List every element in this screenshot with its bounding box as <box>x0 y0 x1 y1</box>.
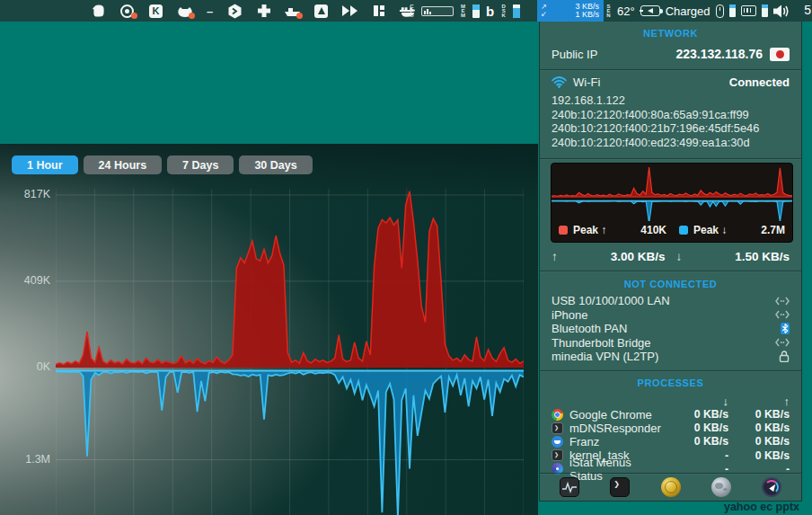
divider <box>540 370 801 371</box>
download-speed-value: 1.50 KB/s <box>682 250 790 263</box>
process-up-value: 0 KB/s <box>728 422 790 434</box>
disk-gauge[interactable] <box>513 4 520 18</box>
upload-legend-swatch <box>559 226 568 235</box>
cpu-label: CPU <box>409 4 415 18</box>
process-row[interactable]: Franz 0 KB/s 0 KB/s <box>540 435 801 448</box>
tab-30-days[interactable]: 30 Days <box>239 155 312 174</box>
keyboard-icon[interactable] <box>741 5 756 16</box>
tab-24-hours[interactable]: 24 Hours <box>84 155 163 174</box>
ip-address: 240b:10:2120:f400:80a:65a9:91ca:ff99 <box>552 108 790 122</box>
blocks-icon[interactable] <box>370 3 387 20</box>
notification-badge <box>131 13 137 19</box>
terminal-icon <box>552 449 563 461</box>
gold-globe-icon[interactable] <box>661 477 681 497</box>
evernote-icon[interactable] <box>90 3 107 20</box>
y-axis-tick: 409K <box>7 274 50 287</box>
franz-icon <box>552 436 563 448</box>
divider <box>540 69 801 70</box>
ethernet-icon <box>775 310 790 319</box>
peak-up-value: 410K <box>640 224 666 236</box>
chrome-icon <box>552 409 563 421</box>
interface-name: Bluetooth PAN <box>552 322 627 335</box>
interface-row[interactable]: Thunderbolt Bridge <box>540 336 801 351</box>
ip-address: 240b:10:2120:f400:ed23:499:ea1a:30d <box>552 136 790 150</box>
y-axis-tick: 1.3M <box>7 453 50 466</box>
keka-icon[interactable]: K <box>147 3 164 20</box>
process-down-value: 0 KB/s <box>667 435 728 448</box>
divider <box>540 158 801 159</box>
time-range-tabs: 1 Hour 24 Hours 7 Days 30 Days <box>12 155 313 174</box>
desktop-file-label[interactable]: yahoo ec pptx <box>724 501 799 513</box>
hexagon-share-icon[interactable] <box>226 3 243 20</box>
globe-icon[interactable] <box>711 477 731 497</box>
peak-down-label: Peak ↓ <box>693 224 727 236</box>
network-history-plot <box>56 189 524 515</box>
wifi-icon <box>552 76 567 88</box>
divider <box>540 271 801 271</box>
istat-gauges: CPU MEM b DSK <box>409 0 520 22</box>
public-ip-value: 223.132.118.76 <box>675 47 763 61</box>
forward-chevrons-icon[interactable] <box>341 3 358 20</box>
upload-speed-value: 3.00 KB/s <box>558 250 666 263</box>
speed-gauge-icon[interactable] <box>762 477 781 497</box>
process-up-value: 0 KB/s <box>728 408 790 421</box>
menu-bar-status-icons: K – <box>90 0 416 22</box>
ip-address-list: 192.168.1.122 240b:10:2120:f400:80a:65a9… <box>540 92 801 155</box>
gdrive-icon[interactable] <box>313 3 330 20</box>
ethernet-icon <box>775 297 790 306</box>
mini-graph-legend: Peak ↑ 410K Peak ↓ 2.7M <box>552 221 792 242</box>
mini-network-graph[interactable]: Peak ↑ 410K Peak ↓ 2.7M <box>551 163 793 243</box>
interface-row[interactable]: iPhone <box>540 308 801 323</box>
dash-item[interactable]: – <box>207 4 213 18</box>
monitor-gauge-icon[interactable] <box>119 3 136 20</box>
tab-1-hour[interactable]: 1 Hour <box>12 155 78 174</box>
ship-icon[interactable] <box>284 3 301 20</box>
process-down-value: 0 KB/s <box>667 422 728 434</box>
process-row[interactable]: Google Chrome 0 KB/s 0 KB/s <box>540 408 801 422</box>
health-plus-icon[interactable] <box>255 3 272 20</box>
upload-arrow: ↑ <box>552 250 558 263</box>
pet-app-icon[interactable] <box>176 3 193 20</box>
panel-footer-shortcuts <box>540 473 801 501</box>
processes-header: PROCESSES <box>540 375 801 393</box>
mem-gauge[interactable] <box>472 4 480 18</box>
interface-name: minedia VPN (L2TP) <box>552 350 658 363</box>
clock-fragment[interactable]: 5 <box>804 3 811 17</box>
interface-row[interactable]: Bluetooth PAN <box>540 322 801 336</box>
tab-7-days[interactable]: 7 Days <box>167 155 234 174</box>
download-arrow: ↓ <box>676 250 683 263</box>
volume-icon[interactable] <box>773 4 790 18</box>
temperature-menubar-item[interactable]: 62° <box>617 4 635 18</box>
ip-address: 192.168.1.122 <box>552 93 790 108</box>
y-axis-tick: 0K <box>7 360 50 373</box>
ip-address: 240b:10:2120:f400:21b7:196e:45df:5e46 <box>552 121 790 136</box>
download-column-icon: ↓ <box>667 395 728 408</box>
interface-row[interactable]: USB 10/100/1000 LAN <box>540 294 801 308</box>
interface-name: Thunderbolt Bridge <box>552 336 651 350</box>
bluetooth-icon <box>781 323 790 334</box>
process-up-value: 0 KB/s <box>728 435 790 448</box>
activity-monitor-icon[interactable] <box>560 477 579 497</box>
mem-label: MEM <box>460 4 466 18</box>
istat-network-panel: NETWORK Public IP 223.132.118.76 Wi-Fi C… <box>539 22 802 502</box>
mouse-icon[interactable] <box>716 4 724 18</box>
process-row[interactable]: mDNSResponder 0 KB/s 0 KB/s <box>540 422 801 435</box>
wifi-row[interactable]: Wi-Fi Connected <box>540 74 801 92</box>
process-down-value: 0 KB/s <box>667 408 728 421</box>
battery-icon[interactable] <box>640 5 660 16</box>
ethernet-icon <box>775 338 790 347</box>
notification-badge <box>189 13 195 19</box>
updown-arrows-icon: ↗↙ <box>541 4 547 18</box>
public-ip-label: Public IP <box>552 48 597 61</box>
network-menubar-item[interactable]: ↗↙ 3 KB/s 1 KB/s <box>537 0 604 22</box>
process-up-value: 0 KB/s <box>728 449 790 462</box>
public-ip-row[interactable]: Public IP 223.132.118.76 <box>540 43 801 66</box>
cpu-histogram[interactable] <box>421 6 454 16</box>
interface-row[interactable]: minedia VPN (L2TP) <box>540 350 801 364</box>
process-column-headers: ↓ ↑ <box>540 393 801 408</box>
keyboard-battery-gauge <box>762 4 768 17</box>
terminal-app-icon[interactable] <box>610 477 630 497</box>
process-name: Google Chrome <box>569 408 652 422</box>
b-menubar-item[interactable]: b <box>486 4 494 19</box>
japan-flag-icon <box>770 48 790 61</box>
